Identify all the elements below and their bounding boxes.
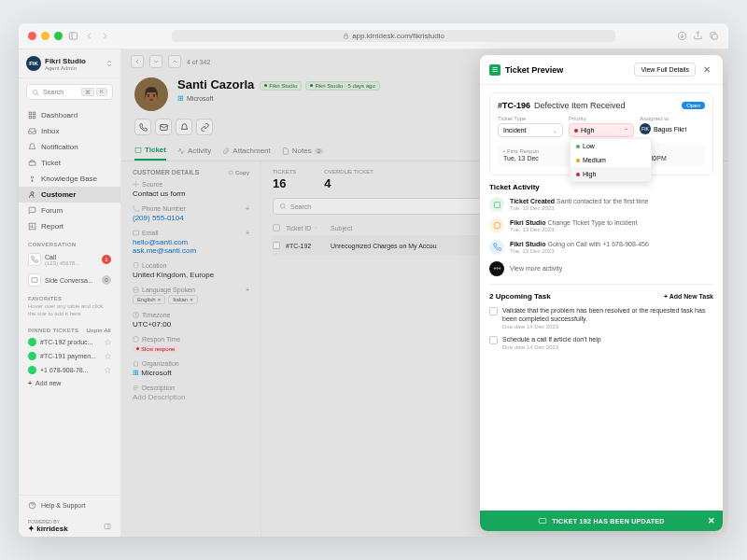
priority-select[interactable]: High⌃ Low Medium High — [569, 123, 634, 137]
update-toast: TICKET 192 HAS BEEN UPDATED ✕ — [480, 511, 723, 531]
task-item: Schedule a call if article don't helpDue… — [489, 335, 713, 350]
activity-item: Fikri Studio Going on Call with +1 678-9… — [489, 240, 713, 256]
view-full-details-button[interactable]: View Full Details — [634, 63, 696, 77]
task-checkbox[interactable] — [489, 336, 498, 344]
titlebar: app.kirridesk.com/fikristudio — [19, 23, 728, 49]
pin-icon[interactable] — [105, 367, 111, 373]
svg-rect-6 — [712, 35, 718, 40]
svg-point-39 — [494, 268, 496, 270]
search-icon — [32, 89, 39, 96]
lock-icon — [343, 33, 349, 39]
task-checkbox[interactable] — [489, 307, 498, 315]
copy-icon[interactable] — [709, 31, 719, 41]
whatsapp-icon — [28, 352, 36, 360]
pin-icon[interactable] — [105, 339, 111, 345]
url-bar[interactable]: app.kirridesk.com/fikristudio — [172, 30, 615, 42]
tasks-title: 2 Upcoming Task — [489, 292, 551, 301]
nav-inbox[interactable]: Inbox — [19, 123, 120, 139]
chevron-updown-icon — [106, 60, 113, 67]
svg-rect-10 — [33, 112, 35, 115]
svg-rect-19 — [32, 278, 37, 283]
conversation-call[interactable]: Call(123) 45678... 1 — [19, 249, 120, 270]
svg-point-41 — [499, 268, 500, 270]
workspace-avatar: FIK — [26, 56, 41, 71]
chat-icon — [31, 276, 38, 284]
svg-rect-2 — [345, 35, 348, 38]
svg-line-8 — [36, 93, 38, 95]
whatsapp-icon — [28, 366, 36, 374]
svg-rect-12 — [33, 116, 35, 119]
ticket-icon — [538, 516, 547, 525]
svg-point-7 — [33, 90, 37, 94]
workspace-name: Fikri Studio — [45, 57, 86, 65]
view-more-activity[interactable]: View more activity — [489, 261, 713, 276]
search-placeholder: Search — [43, 89, 63, 95]
section-favorites: FAVORITES — [19, 290, 120, 303]
nav-forum[interactable]: Forum — [19, 203, 120, 218]
svg-rect-9 — [29, 112, 32, 115]
assigned-to[interactable]: FIKBagus Fikri — [640, 123, 705, 134]
sidebar: FIK Fikri Studio Agent Admin Search ⌘K D… — [19, 49, 121, 537]
add-task-button[interactable]: + Add New Task — [664, 293, 713, 300]
nav-knowledge-base[interactable]: Knowledge Base — [19, 171, 120, 187]
activity-title: Ticket Activity — [489, 183, 713, 191]
workspace-role: Agent Admin — [45, 65, 86, 71]
forward-icon[interactable] — [100, 31, 110, 41]
pinned-item[interactable]: +1 678-908-78... — [19, 363, 120, 377]
ticket-type-select[interactable]: Incident⌄ — [498, 123, 563, 137]
workspace-switcher[interactable]: FIK Fikri Studio Agent Admin — [19, 49, 120, 78]
svg-point-38 — [494, 223, 500, 230]
collapse-icon[interactable] — [104, 523, 111, 530]
nav-notification[interactable]: Notification — [19, 139, 120, 155]
nav-report[interactable]: Report — [19, 218, 120, 234]
back-icon[interactable] — [84, 31, 94, 41]
panel-logo-icon: ☰ — [489, 64, 500, 76]
ticket-created-icon — [489, 197, 504, 212]
traffic-lights — [28, 32, 63, 40]
ticket-id: #TC-196 — [498, 101, 530, 110]
close-dot[interactable] — [28, 32, 36, 40]
add-pinned[interactable]: +Add new — [19, 377, 120, 389]
url-text: app.kirridesk.com/fikristudio — [352, 32, 444, 40]
download-icon[interactable] — [677, 31, 687, 41]
help-support[interactable]: Help & Support — [28, 501, 111, 510]
favorites-hint: Hover over any table and click the star … — [19, 303, 120, 322]
pinned-item[interactable]: #TC-191 paymen... — [19, 349, 120, 363]
activity-item: Ticket Created Santi contacted for the f… — [489, 197, 713, 213]
nav-customer[interactable]: Customer — [19, 187, 120, 203]
whatsapp-icon — [28, 338, 36, 346]
priority-dropdown: Low Medium High — [570, 138, 652, 182]
panel-title: Ticket Preview — [505, 65, 629, 75]
pinned-item[interactable]: #TC-192 produc... — [19, 335, 120, 349]
svg-point-40 — [496, 268, 498, 270]
powered-by: POWERED BY✦ kirridesk — [19, 515, 120, 537]
phone-icon — [31, 256, 38, 263]
section-conversation: CONVERSATION — [19, 236, 120, 249]
close-panel-button[interactable]: ✕ — [700, 63, 713, 77]
primary-nav: Dashboard Inbox Notification Ticket Know… — [19, 105, 120, 236]
sidebar-icon[interactable] — [68, 31, 78, 41]
more-icon — [489, 261, 504, 276]
unpin-all[interactable]: Unpin All — [87, 328, 111, 333]
nav-dashboard[interactable]: Dashboard — [19, 107, 120, 123]
max-dot[interactable] — [54, 32, 63, 40]
change-type-icon — [489, 218, 504, 233]
min-dot[interactable] — [41, 32, 49, 40]
toast-close-button[interactable]: ✕ — [708, 516, 715, 525]
section-pinned: PINNED TICKETS Unpin All — [19, 322, 120, 335]
svg-point-13 — [31, 176, 33, 178]
badge-count: 1 — [102, 255, 111, 264]
svg-point-14 — [31, 192, 34, 195]
search-input[interactable]: Search ⌘K — [26, 84, 113, 100]
priority-option-low[interactable]: Low — [571, 139, 651, 153]
conversation-side[interactable]: Side Conversa... 0 — [19, 270, 120, 290]
pin-icon[interactable] — [105, 353, 111, 359]
task-item: Validate that the problem has been resol… — [489, 306, 713, 329]
svg-rect-42 — [540, 519, 547, 524]
priority-option-high[interactable]: High — [571, 167, 651, 181]
ticket-subject: Defective Item Received — [534, 101, 626, 110]
nav-ticket[interactable]: Ticket — [19, 155, 120, 171]
priority-option-medium[interactable]: Medium — [571, 153, 651, 167]
share-icon[interactable] — [693, 31, 703, 41]
svg-rect-0 — [69, 33, 77, 39]
